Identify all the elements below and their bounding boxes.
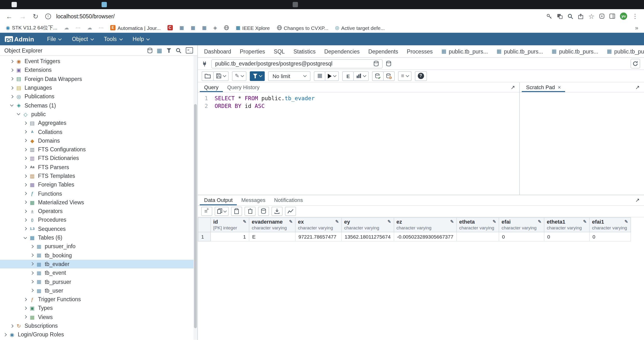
column-header-ey[interactable]: ey✎character varying	[342, 217, 394, 232]
tree-item-functions[interactable]: ƒFunctions	[0, 189, 197, 198]
chevron-right-icon[interactable]	[24, 298, 27, 301]
forward-icon[interactable]: →	[19, 13, 26, 20]
grid-icon[interactable]: ▦	[157, 48, 162, 53]
cell-ex[interactable]: 97221.78657477	[295, 232, 342, 241]
filter-button[interactable]	[250, 71, 265, 81]
reload-icon[interactable]: ↻	[33, 13, 38, 20]
scratch-pad-body[interactable]	[520, 93, 644, 195]
bookmark-item[interactable]: ▦	[190, 25, 195, 30]
tree-item-fts-configurations[interactable]: ▥FTS Configurations	[0, 145, 197, 154]
column-header-ex[interactable]: ex✎character varying	[295, 217, 342, 232]
edit-column-icon[interactable]: ✎	[335, 219, 339, 224]
menu-object[interactable]: Object	[67, 33, 99, 45]
bookmark-item[interactable]: ◉STK V11.2 64位下...	[6, 24, 57, 31]
chevron-right-icon[interactable]	[24, 315, 27, 318]
cell-etheta[interactable]	[456, 232, 499, 241]
tree-item-sequences[interactable]: 1.3Sequences	[0, 224, 197, 233]
tab-sql[interactable]: SQL	[269, 45, 289, 57]
chevron-right-icon[interactable]	[30, 262, 34, 266]
bookmark-item[interactable]: EAutomatica | Jour...	[110, 25, 160, 31]
url-text[interactable]: localhost:5050/browser/	[56, 13, 114, 19]
bookmark-item[interactable]: ▦	[180, 25, 184, 30]
tab-processes[interactable]: Processes	[402, 45, 437, 57]
column-header-efai[interactable]: efai✎character varying	[499, 217, 544, 232]
chevron-right-icon[interactable]	[3, 333, 7, 336]
bookmark-item[interactable]: Changes to CVXP...	[276, 25, 328, 31]
column-header-id[interactable]: id✎[PK] integer	[210, 217, 249, 232]
chevron-right-icon[interactable]	[30, 245, 34, 248]
chevron-right-icon[interactable]	[24, 192, 27, 195]
bookmark-item[interactable]: ☁	[87, 25, 92, 30]
tree-item-tb-booking[interactable]: ▦tb_booking	[0, 251, 197, 260]
cell-evadername[interactable]: E	[249, 232, 295, 241]
tree-item-subscriptions[interactable]: ↻Subscriptions	[0, 321, 197, 330]
chevron-right-icon[interactable]	[24, 306, 27, 310]
tab-statistics[interactable]: Statistics	[289, 45, 320, 57]
reset-layout-button[interactable]	[630, 59, 640, 68]
chevron-right-icon[interactable]	[24, 139, 27, 142]
star-icon[interactable]: ☆	[588, 13, 594, 20]
tab-query-history[interactable]: Query History	[223, 82, 264, 92]
cell-efai1[interactable]: 0	[589, 232, 631, 241]
tree-item-foreign-data-wrappers[interactable]: ▤Foreign Data Wrappers	[0, 74, 197, 83]
chevron-down-icon[interactable]	[10, 103, 14, 106]
chevron-right-icon[interactable]	[30, 280, 34, 283]
menu-tools[interactable]: Tools	[98, 33, 127, 45]
chevron-right-icon[interactable]	[24, 157, 27, 160]
tree-item-fts-templates[interactable]: ▥FTS Templates	[0, 172, 197, 181]
tree-item-collations[interactable]: ACollations	[0, 127, 197, 136]
server-connect-icon[interactable]	[147, 48, 152, 53]
browser-tab-favicon[interactable]	[102, 2, 107, 7]
add-row-button[interactable]: ≡+	[201, 207, 212, 216]
chevron-right-icon[interactable]	[30, 253, 34, 257]
paste-button[interactable]	[231, 207, 242, 216]
tab-dashboard[interactable]: Dashboard	[200, 45, 236, 57]
chevron-right-icon[interactable]	[10, 324, 14, 327]
column-header-etheta1[interactable]: etheta1✎character varying	[544, 217, 589, 232]
chevron-right-icon[interactable]	[10, 77, 14, 80]
bookmark-item[interactable]: ⋯	[99, 25, 104, 30]
column-header-efai1[interactable]: efai1✎character varying	[589, 217, 631, 232]
bookmark-item[interactable]: ◎Active target defe...	[335, 25, 384, 31]
bookmark-item[interactable]	[224, 25, 229, 30]
tree-item-languages[interactable]: ▤Languages	[0, 83, 197, 92]
share-icon[interactable]	[578, 13, 584, 19]
tree-item-foreign-tables[interactable]: ▦Foreign Tables	[0, 180, 197, 189]
download-button[interactable]	[272, 207, 282, 216]
help-button[interactable]: ?	[415, 71, 427, 81]
chevron-right-icon[interactable]	[24, 209, 27, 213]
edit-column-icon[interactable]: ✎	[243, 219, 246, 224]
edit-button[interactable]: ✎	[232, 71, 246, 81]
bookmark-item[interactable]: ⋯	[76, 25, 80, 30]
explain-button[interactable]: E	[342, 71, 354, 81]
extension-icon[interactable]	[599, 14, 604, 19]
chevron-right-icon[interactable]	[10, 60, 14, 63]
search-icon[interactable]	[176, 48, 182, 53]
tree-item-public[interactable]: ◇public	[0, 110, 197, 119]
explain-analyze-button[interactable]	[353, 71, 369, 81]
chevron-right-icon[interactable]	[24, 201, 27, 204]
tree-item-tables-6[interactable]: ▦Tables (6)	[0, 233, 197, 242]
back-icon[interactable]: ←	[6, 13, 12, 20]
pgadmin-logo[interactable]: pg Admin	[5, 35, 34, 43]
edit-column-icon[interactable]: ✎	[388, 219, 391, 224]
cell-ey[interactable]: 13562.18011275674	[342, 232, 394, 241]
graph-button[interactable]	[285, 207, 296, 216]
save-data-button[interactable]	[258, 207, 269, 216]
stop-button[interactable]	[314, 71, 325, 81]
sql-code[interactable]: SELECT * FROM public.tb_evaderORDER BY i…	[211, 94, 315, 195]
tree-item-views[interactable]: ▦Views	[0, 312, 197, 321]
tree-item-event-triggers[interactable]: ◉Event Triggers	[0, 57, 197, 66]
edit-column-icon[interactable]: ✎	[583, 219, 587, 224]
chevron-right-icon[interactable]	[24, 183, 27, 187]
bookmark-item[interactable]: ◈	[213, 25, 217, 30]
tree-item-tb-evader[interactable]: ▦tb_evader	[0, 260, 197, 269]
side-panel-icon[interactable]	[609, 14, 615, 19]
bookmarks-overflow-icon[interactable]: »	[635, 24, 638, 31]
tab-query[interactable]: Query	[200, 82, 223, 92]
chevron-down-icon[interactable]	[24, 235, 27, 239]
cell-id[interactable]: 1	[210, 232, 249, 241]
tab-messages[interactable]: Messages	[237, 195, 270, 205]
tab-public-tb-pur[interactable]: ▦public.tb_pur...	[602, 45, 644, 57]
bookmark-item[interactable]: ▦IEEE Xplore	[236, 25, 270, 31]
